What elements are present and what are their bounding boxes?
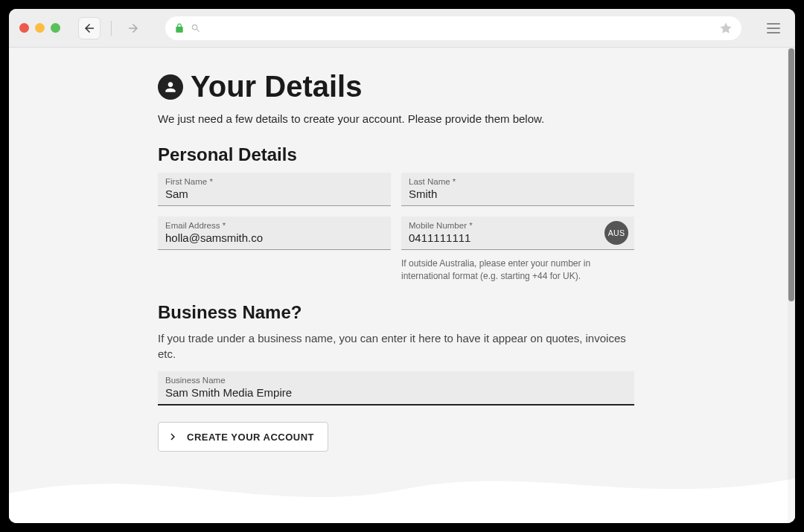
mobile-hint: If outside Australia, please enter your … (401, 257, 634, 283)
last-name-label: Last Name * (409, 177, 627, 186)
personal-details-heading: Personal Details (158, 144, 634, 165)
last-name-input[interactable] (409, 188, 627, 200)
first-name-label: First Name * (165, 177, 383, 186)
business-section: Business Name? If you trade under a busi… (158, 302, 634, 452)
window-minimize-icon[interactable] (35, 23, 45, 33)
browser-window: Your Details We just need a few details … (9, 9, 795, 523)
mobile-input[interactable] (409, 231, 597, 244)
lock-icon (174, 23, 185, 33)
menu-button[interactable] (762, 17, 785, 39)
hamburger-icon (767, 23, 780, 25)
first-name-field[interactable]: First Name * (158, 173, 391, 206)
content-frame: Your Details We just need a few details … (9, 48, 795, 523)
footer-wave (9, 456, 795, 523)
page-content: Your Details We just need a few details … (158, 48, 634, 452)
create-account-label: CREATE YOUR ACCOUNT (187, 432, 314, 443)
mobile-label: Mobile Number * (409, 221, 627, 230)
business-name-label: Business Name (165, 376, 627, 385)
personal-form-grid: First Name * Last Name * Email Address *… (158, 173, 634, 283)
business-description: If you trade under a business name, you … (158, 330, 634, 363)
email-input[interactable] (165, 231, 383, 244)
browser-chrome (9, 9, 795, 48)
business-name-heading: Business Name? (158, 302, 634, 323)
page-subtitle: We just need a few details to create you… (158, 112, 634, 125)
last-name-field[interactable]: Last Name * (401, 173, 634, 206)
scrollbar-thumb[interactable] (788, 48, 794, 301)
back-button[interactable] (78, 17, 100, 39)
search-icon (191, 23, 201, 33)
window-close-icon[interactable] (19, 23, 29, 33)
create-account-button[interactable]: CREATE YOUR ACCOUNT (158, 422, 328, 452)
window-maximize-icon[interactable] (51, 23, 60, 33)
business-name-field[interactable]: Business Name (158, 371, 634, 406)
star-icon[interactable] (719, 22, 733, 35)
business-name-input[interactable] (165, 386, 627, 399)
traffic-lights (19, 23, 60, 33)
forward-button[interactable] (122, 17, 144, 39)
person-icon (158, 74, 183, 100)
page-title: Your Details (191, 70, 362, 103)
nav-separator (111, 21, 112, 36)
email-label: Email Address * (165, 221, 383, 230)
arrow-right-icon (127, 22, 140, 35)
scrollbar[interactable] (788, 48, 795, 523)
arrow-left-icon (83, 22, 96, 35)
chevron-right-icon (166, 430, 179, 443)
first-name-input[interactable] (165, 188, 383, 200)
url-bar[interactable] (165, 16, 741, 40)
mobile-field[interactable]: Mobile Number * AUS (401, 217, 634, 250)
page-header: Your Details (158, 70, 634, 103)
country-chip[interactable]: AUS (604, 221, 628, 245)
email-field[interactable]: Email Address * (158, 217, 391, 250)
